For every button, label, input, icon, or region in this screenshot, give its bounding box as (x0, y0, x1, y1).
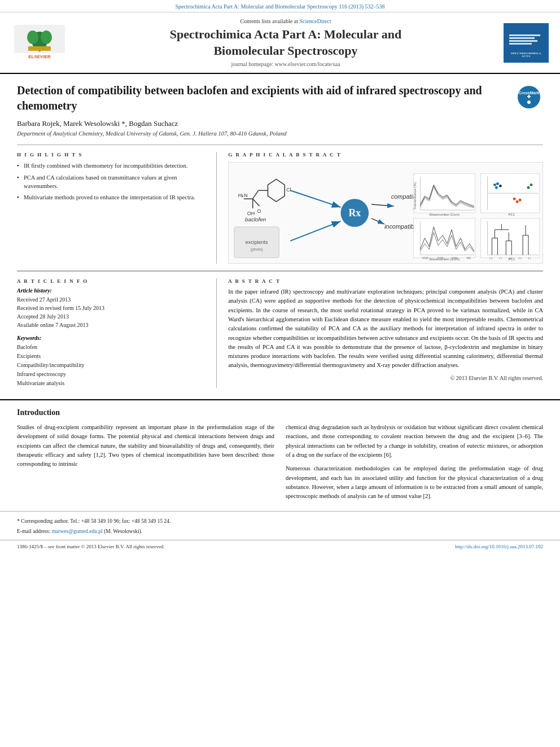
article-info-abstract-section: A R T I C L E I N F O Article history: R… (17, 271, 543, 388)
highlights-graphical-section: H I G H L I G H T S IR firstly combined … (17, 145, 543, 271)
keyword-baclofen: Baclofen (17, 343, 205, 352)
svg-rect-36 (414, 174, 475, 213)
footer-bar: 1386-1425/$ – see front matter © 2013 El… (0, 540, 560, 553)
svg-text:baclofen: baclofen (245, 216, 266, 222)
article-content: Detection of compatibility between baclo… (0, 74, 560, 399)
journal-title: Spectrochimica Acta Part A: Molecular an… (79, 27, 492, 59)
highlight-item-1: IR firstly combined with chemometry for … (17, 162, 205, 171)
highlights-column: H I G H L I G H T S IR firstly combined … (17, 152, 217, 264)
svg-text:2700: 2700 (437, 257, 443, 260)
abstract-heading: A B S T R A C T (228, 278, 543, 284)
svg-text:1.0: 1.0 (489, 257, 493, 260)
journal-header: ELSEVIER Contents lists available at Sci… (0, 12, 560, 74)
email-label: E-mail address: (17, 528, 50, 534)
highlights-list: IR firstly combined with chemometry for … (17, 162, 205, 202)
svg-point-51 (527, 186, 530, 189)
available-online-date: Available online 7 August 2013 (17, 321, 205, 329)
introduction-body: Studies of drug-excipient compatibility … (17, 423, 543, 505)
crossmark-icon: CrossMark (518, 86, 540, 108)
svg-text:CrossMark: CrossMark (519, 91, 539, 95)
svg-text:Rx: Rx (349, 207, 361, 219)
svg-point-47 (499, 185, 502, 187)
authors: Barbara Rojek, Marek Wesolowski *, Bogda… (17, 119, 543, 128)
article-title: Detection of compatibility between baclo… (17, 83, 543, 113)
introduction-section: Introduction Studies of drug-excipient c… (0, 408, 560, 505)
graphical-abstract-image: Cl H₂N OH O (228, 162, 543, 264)
article-history-label: Article history: (17, 287, 205, 294)
doi-link[interactable]: http://dx.doi.org/10.1016/j.saa.2013.07.… (455, 544, 543, 549)
footer-notes: * Corresponding author. Tel.: +48 58 349… (0, 511, 560, 535)
received-revised-date: Received in revised form 15 July 2013 (17, 304, 205, 312)
svg-text:3.1: 3.1 (528, 257, 531, 260)
elsevier-logo-icon: ELSEVIER (11, 22, 68, 62)
svg-text:700: 700 (466, 257, 471, 260)
keyword-ir: Infrared spectroscopy (17, 370, 205, 379)
keyword-compatibility: Compatibility/incompatibility (17, 361, 205, 370)
crossmark-badge-area[interactable]: CrossMark (515, 83, 543, 111)
svg-rect-10 (528, 95, 530, 98)
email-note: E-mail address: marwes@gumed.edu.pl (M. … (17, 527, 543, 535)
svg-point-50 (519, 199, 522, 202)
intro-left-para1: Studies of drug-excipient compatibility … (17, 423, 274, 469)
intro-right-para1: chemical drug degradation such as hydrol… (286, 423, 543, 460)
journal-header-center: Contents lists available at ScienceDirec… (73, 18, 498, 67)
svg-text:O: O (257, 208, 261, 214)
graphical-abstract-svg: Cl H₂N OH O (229, 162, 542, 264)
abstract-column: A B S T R A C T In the paper infrared (I… (217, 278, 543, 388)
issn-text: 1386-1425/$ – see front matter © 2013 El… (17, 544, 165, 549)
svg-point-49 (516, 200, 519, 203)
article-info-heading: A R T I C L E I N F O (17, 278, 205, 284)
svg-text:1.5: 1.5 (499, 257, 502, 260)
journal-homepage: journal homepage: www.elsevier.com/locat… (79, 61, 492, 67)
svg-text:excipients: excipients (246, 239, 268, 245)
intro-right-column: chemical drug degradation such as hydrol… (286, 423, 543, 505)
copyright-line: © 2013 Elsevier B.V. All rights reserved… (228, 375, 543, 381)
svg-text:1700: 1700 (452, 257, 458, 260)
abstract-text: In the paper infrared (IR) spectroscopy … (228, 287, 543, 370)
corresponding-author-note: * Corresponding author. Tel.: +48 58 349… (17, 517, 543, 525)
svg-text:PC1: PC1 (509, 213, 515, 216)
svg-text:(photo): (photo) (251, 248, 263, 252)
highlight-item-3: Multivariate methods proved to enhance t… (17, 194, 205, 202)
keyword-multivariate: Multivariate analysis (17, 379, 205, 388)
intro-right-para2: Numerous characterization methodologies … (286, 464, 543, 501)
svg-rect-5 (28, 46, 51, 51)
graphical-abstract-column: G R A P H I C A L A B S T R A C T Cl (217, 152, 543, 264)
svg-text:3700: 3700 (422, 257, 428, 260)
svg-text:2.0: 2.0 (509, 257, 512, 260)
keyword-excipients: Excipients (17, 352, 205, 361)
section-divider (0, 399, 560, 400)
svg-point-3 (27, 30, 38, 44)
svg-point-11 (527, 101, 531, 104)
svg-point-45 (496, 182, 499, 185)
svg-rect-62 (481, 219, 540, 257)
page-wrapper: Spectrochimica Acta Part A: Molecular an… (0, 0, 560, 553)
top-bar: Spectrochimica Acta Part A: Molecular an… (0, 0, 560, 12)
spectrochimica-logo-icon: SPECTROCHIMICAACTA (504, 23, 549, 63)
svg-text:ELSEVIER: ELSEVIER (28, 54, 51, 59)
highlight-item-2: PCA and CA calculations based on transmi… (17, 174, 205, 190)
highlights-label: H I G H L I G H T S (17, 152, 205, 158)
svg-point-44 (493, 184, 496, 186)
keywords-label: Keywords: (17, 335, 205, 341)
svg-text:Cl: Cl (286, 187, 291, 193)
svg-point-48 (513, 198, 516, 200)
svg-text:OH: OH (247, 211, 255, 216)
email-suffix: (M. Wesolowski). (104, 528, 142, 534)
intro-left-column: Studies of drug-excipient compatibility … (17, 423, 274, 505)
svg-text:2.5: 2.5 (518, 257, 522, 260)
introduction-heading: Introduction (17, 408, 543, 417)
svg-point-46 (495, 186, 498, 189)
contents-line: Contents lists available at ScienceDirec… (79, 18, 492, 24)
journal-header-right: SPECTROCHIMICAACTA (498, 23, 549, 63)
svg-point-52 (530, 184, 533, 186)
article-info-column: A R T I C L E I N F O Article history: R… (17, 278, 217, 388)
svg-text:Transmittance (%): Transmittance (%) (414, 182, 417, 209)
sciencedirect-link[interactable]: ScienceDirect (299, 18, 331, 24)
author-email-link[interactable]: marwes@gumed.edu.pl (52, 528, 103, 534)
svg-text:Wavenumber (1/cm): Wavenumber (1/cm) (430, 213, 460, 216)
svg-point-4 (41, 30, 52, 44)
accepted-date: Accepted 28 July 2013 (17, 312, 205, 321)
affiliation: Department of Analytical Chemistry, Medi… (17, 130, 543, 137)
received-date: Received 27 April 2013 (17, 295, 205, 304)
